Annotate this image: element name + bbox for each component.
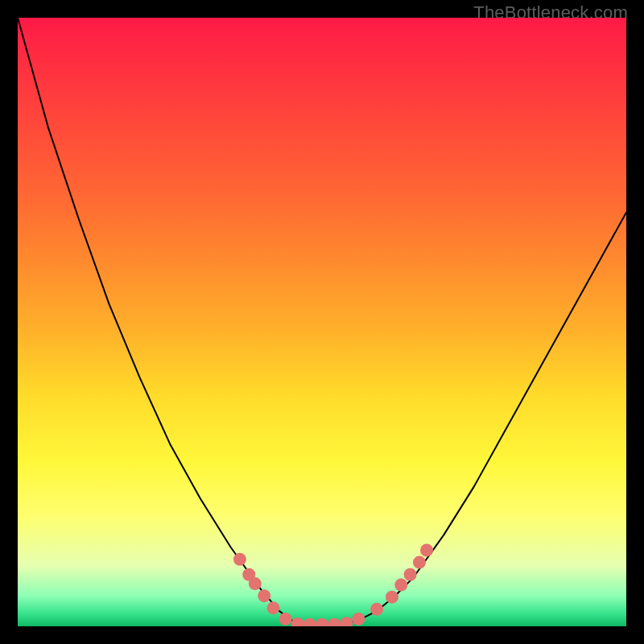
data-point — [340, 617, 353, 626]
data-point — [267, 601, 280, 614]
data-point — [328, 618, 341, 626]
data-point — [303, 618, 316, 626]
data-point — [249, 577, 262, 590]
data-point — [279, 613, 292, 625]
data-point — [413, 556, 426, 569]
chart-frame: TheBottleneck.com — [0, 0, 644, 644]
plot-area — [18, 18, 626, 626]
data-point — [316, 618, 328, 626]
data-point — [404, 568, 417, 581]
data-point — [352, 613, 365, 625]
data-point — [420, 544, 433, 557]
data-point — [386, 591, 398, 604]
chart-canvas — [18, 18, 626, 626]
data-point — [291, 617, 304, 626]
data-point — [394, 579, 407, 592]
data-point — [370, 603, 383, 616]
curve-path — [18, 18, 626, 625]
data-point — [258, 589, 270, 602]
data-point — [233, 553, 246, 566]
